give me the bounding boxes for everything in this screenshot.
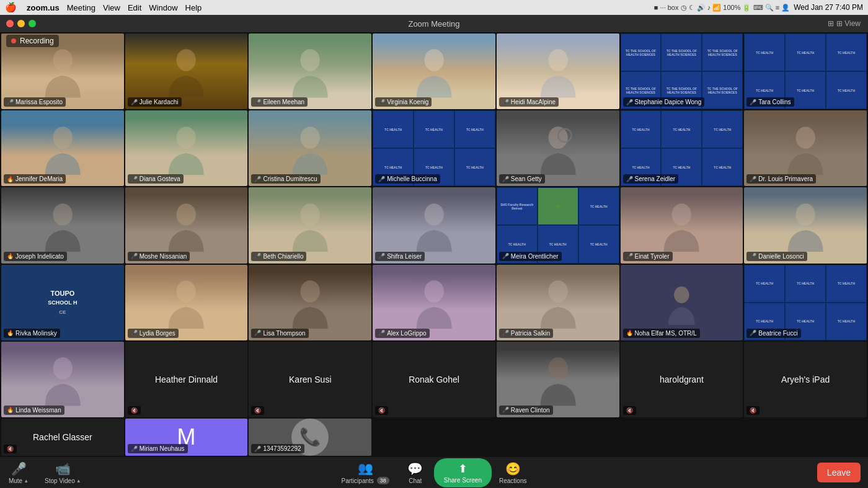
participant-name: 🎤 Raven Clinton bbox=[499, 406, 553, 415]
mic-icon: 🎤 bbox=[131, 253, 138, 259]
participant-cell[interactable]: 🎤 Julie Kardachi bbox=[125, 33, 248, 109]
participant-cell[interactable]: 🎤 Heidi MacAlpine bbox=[497, 33, 619, 109]
window-controls[interactable] bbox=[6, 20, 36, 27]
school-logo-cell: TC HEALTH bbox=[785, 33, 826, 71]
participant-cell[interactable]: TC HEALTH TC HEALTH TC HEALTH TC HEALTH … bbox=[621, 110, 743, 186]
participant-name: 🔇 bbox=[746, 406, 760, 415]
participant-cell[interactable]: SHS Faculty Research Retreat 🌿 TC HEALTH… bbox=[497, 187, 619, 263]
mic-muted-icon: 🔇 bbox=[750, 407, 756, 414]
maximize-button[interactable] bbox=[29, 20, 36, 27]
empty-cell bbox=[373, 419, 495, 456]
view-button[interactable]: ⊞ ⊞ View bbox=[828, 19, 861, 28]
mic-icon: 🎤 bbox=[626, 253, 633, 259]
minimize-button[interactable] bbox=[17, 20, 25, 27]
mute-caret[interactable]: ▲ bbox=[24, 478, 29, 484]
participant-name: 🎤 Sean Getty bbox=[499, 174, 545, 184]
participant-name: 🎤 Virginia Koenig bbox=[375, 97, 432, 107]
participant-cell[interactable]: Aryeh's iPad 🔇 bbox=[744, 342, 867, 417]
participant-name: 🎤 Heidi MacAlpine bbox=[499, 97, 559, 107]
close-button[interactable] bbox=[6, 20, 14, 27]
participant-center-name: Rachel Glasser bbox=[33, 432, 92, 442]
participant-cell[interactable]: 🎤 Moshe Nissanian bbox=[125, 187, 248, 263]
school-logo-cell: TC HEALTH bbox=[826, 265, 867, 303]
participant-cell[interactable]: 🎤 Danielle Losonci bbox=[744, 187, 867, 263]
school-logo-cell: TC HEALTH bbox=[702, 148, 743, 186]
stop-video-button[interactable]: 📹 Stop Video ▲ bbox=[37, 459, 89, 487]
participant-cell[interactable]: 🎤 Cristina Dumitrescu bbox=[249, 110, 371, 186]
participant-cell[interactable]: 🎤 Raven Clinton bbox=[497, 342, 619, 417]
menu-window[interactable]: Window bbox=[149, 3, 177, 12]
participant-name: 🔇 bbox=[623, 406, 636, 415]
participant-cell[interactable]: 🎤 Patricia Salkin bbox=[497, 265, 619, 340]
participant-cell[interactable]: 🎤 Sean Getty bbox=[497, 110, 619, 186]
mic-muted-icon: 🔇 bbox=[626, 407, 633, 414]
participant-cell[interactable]: Heather Dinnald 🔇 bbox=[125, 342, 248, 417]
participant-name: 🔥 Noha Elfar MS, OTR/L bbox=[623, 329, 700, 338]
participant-name: 🎤 Lydia Borges bbox=[128, 329, 179, 338]
empty-cell bbox=[744, 419, 867, 456]
participant-cell[interactable]: 🎤 Alex LoGrippo bbox=[373, 265, 495, 340]
participant-name: 🎤 Einat Tyroler bbox=[623, 252, 673, 261]
participant-cell[interactable]: 📞 🎤 13473592292 bbox=[249, 419, 371, 456]
participant-cell[interactable]: Ronak Gohel 🔇 bbox=[373, 342, 495, 417]
participant-cell[interactable]: M 🎤 Miriam Neuhaus bbox=[125, 419, 248, 456]
app-name[interactable]: zoom.us bbox=[27, 3, 60, 12]
participant-cell[interactable]: 🔥 Noha Elfar MS, OTR/L bbox=[621, 265, 743, 340]
participant-name: 🔥 Linda Weissman bbox=[4, 406, 64, 415]
mute-button[interactable]: 🎤 Mute ▲ bbox=[0, 459, 37, 487]
participant-cell[interactable]: TC THE SCHOOL OF HEALTH SCIENCES TC THE … bbox=[621, 33, 743, 109]
participant-cell[interactable]: 🎤 Beth Chiariello bbox=[249, 187, 371, 263]
participant-cell[interactable]: TOUPOSCHOOL HCE 🔥 Rivka Molinsky bbox=[1, 265, 124, 340]
participant-cell[interactable]: 🎤 Einat Tyroler bbox=[621, 187, 743, 263]
mic-muted-icon: 🔇 bbox=[254, 407, 261, 414]
menu-help[interactable]: Help bbox=[185, 3, 202, 12]
recording-indicator bbox=[11, 38, 16, 43]
mic-icon: 🎤 bbox=[378, 176, 385, 182]
participant-cell[interactable]: TC HEALTH TC HEALTH TC HEALTH TC HEALTH … bbox=[373, 110, 495, 186]
participant-cell[interactable]: 🔥 Jennifer DeMaria bbox=[1, 110, 124, 186]
participant-name: 🎤 Stephanie Dapice Wong bbox=[623, 97, 705, 107]
participant-name: 🎤 Michelle Buccinna bbox=[375, 174, 440, 184]
mic-icon: 🎤 bbox=[750, 99, 756, 105]
mic-icon: 🎤 bbox=[254, 330, 261, 336]
participant-cell[interactable]: TC HEALTH TC HEALTH TC HEALTH TC HEALTH … bbox=[744, 265, 867, 340]
participant-cell[interactable]: Rachel Glasser 🔇 bbox=[1, 419, 124, 456]
svg-point-3 bbox=[424, 49, 443, 71]
chat-button[interactable]: 💬 Chat bbox=[397, 459, 434, 487]
participant-cell[interactable]: haroldgrant 🔇 bbox=[621, 342, 743, 417]
school-logo-cell: TC HEALTH bbox=[826, 303, 867, 340]
apple-menu[interactable]: 🍎 bbox=[5, 2, 17, 13]
svg-point-22 bbox=[53, 357, 72, 379]
participant-cell[interactable]: 🎤 Lisa Thompson bbox=[249, 265, 371, 340]
participant-cell[interactable]: 🎤 Dr. Louis Primavera bbox=[744, 110, 867, 186]
participant-name: 🎤 Julie Kardachi bbox=[128, 97, 182, 107]
reactions-button[interactable]: 😊 Reactions bbox=[492, 459, 534, 487]
mic-icon: 🎤 bbox=[254, 446, 261, 452]
share-screen-button[interactable]: ⬆ Share Screen bbox=[434, 458, 492, 487]
reactions-label: Reactions bbox=[499, 477, 526, 484]
menu-edit[interactable]: Edit bbox=[128, 3, 141, 12]
menu-view[interactable]: View bbox=[103, 3, 120, 12]
menu-meeting[interactable]: Meeting bbox=[67, 3, 95, 12]
mic-muted-icon: 🔇 bbox=[131, 407, 138, 414]
participant-cell[interactable]: 🎤 Lydia Borges bbox=[125, 265, 248, 340]
video-grid: 🎤 Marissa Esposito 🎤 Julie Kardachi 🎤 Ei… bbox=[0, 32, 868, 457]
svg-point-19 bbox=[424, 280, 443, 303]
participants-icon: 👥 bbox=[358, 461, 373, 476]
participant-cell[interactable]: 🎤 Eileen Meehan bbox=[249, 33, 371, 109]
mic-muted-icon: 🔇 bbox=[7, 446, 14, 452]
leave-button[interactable]: Leave bbox=[817, 463, 861, 482]
participant-cell[interactable]: 🔥 Linda Weissman bbox=[1, 342, 124, 417]
participant-cell[interactable]: TC HEALTH TC HEALTH TC HEALTH TC HEALTH … bbox=[744, 33, 867, 109]
video-caret[interactable]: ▲ bbox=[76, 478, 81, 484]
participant-cell[interactable]: 🎤 Shifra Leiser bbox=[373, 187, 495, 263]
participant-cell[interactable]: 🔥 Joseph Indelicato bbox=[1, 187, 124, 263]
participant-cell[interactable]: 🎤 Diana Gosteva bbox=[125, 110, 248, 186]
mic-icon: 🎤 bbox=[7, 99, 14, 105]
participant-cell[interactable]: 🎤 Virginia Koenig bbox=[373, 33, 495, 109]
participants-button[interactable]: 👥 Participants 38 bbox=[334, 458, 397, 487]
school-logo-cell: TC THE SCHOOL OF HEALTH SCIENCES bbox=[661, 33, 702, 71]
school-logo-cell: TC HEALTH bbox=[702, 110, 743, 148]
mic-icon: 🎤 bbox=[750, 253, 756, 259]
participant-cell[interactable]: Karen Susi 🔇 bbox=[249, 342, 371, 417]
